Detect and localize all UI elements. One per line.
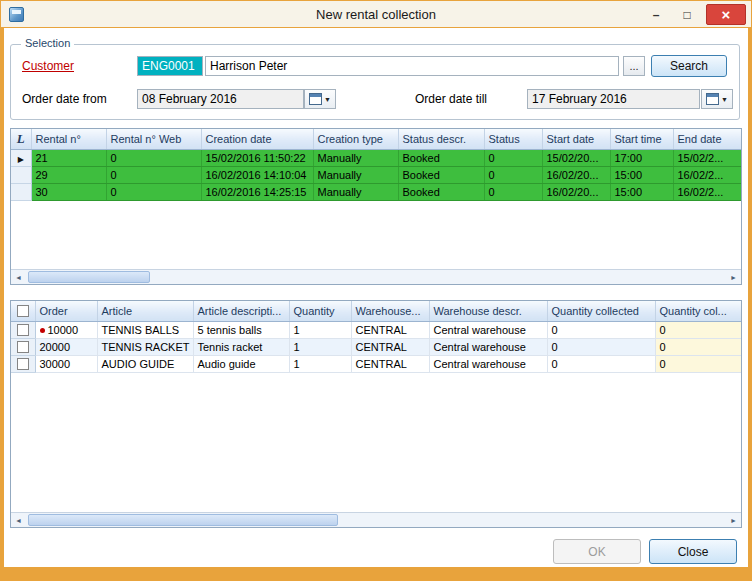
maximize-button[interactable]: □: [675, 5, 699, 24]
customer-browse-button[interactable]: ...: [623, 56, 645, 76]
grid-cell[interactable]: 0: [547, 321, 655, 338]
table-row[interactable]: 20000TENNIS RACKETTennis racket1CENTRALC…: [11, 338, 742, 355]
column-header[interactable]: Article: [97, 301, 193, 321]
column-header[interactable]: Quantity collected: [547, 301, 655, 321]
scrollbar-thumb[interactable]: [28, 271, 150, 283]
table-row[interactable]: 30016/02/2016 14:25:15ManuallyBooked016/…: [11, 183, 742, 200]
order-date-from-field[interactable]: 08 February 2016: [137, 89, 304, 109]
column-header[interactable]: Creation date: [201, 129, 313, 149]
select-all-header[interactable]: [11, 301, 35, 321]
grid-cell[interactable]: 0: [655, 338, 742, 355]
column-header[interactable]: Start date: [542, 129, 610, 149]
articles-horizontal-scrollbar[interactable]: ◄ ►: [11, 512, 741, 527]
grid-cell[interactable]: 1: [289, 338, 351, 355]
grid-cell[interactable]: 16/02/2...: [673, 166, 742, 183]
order-date-till-field[interactable]: 17 February 2016: [527, 89, 700, 109]
customer-code-field[interactable]: ENG0001: [137, 56, 203, 76]
grid-cell[interactable]: 16/02/20...: [542, 183, 610, 200]
order-date-from-dropdown[interactable]: ▼: [304, 89, 336, 109]
grid-cell[interactable]: Booked: [398, 149, 484, 166]
grid-cell[interactable]: 0: [106, 183, 201, 200]
row-select-cell[interactable]: [11, 321, 35, 338]
grid-cell[interactable]: 1: [289, 321, 351, 338]
grid-cell[interactable]: 5 tennis balls: [193, 321, 289, 338]
customer-link-label[interactable]: Customer: [22, 59, 74, 73]
grid-cell[interactable]: 0: [547, 355, 655, 372]
grid-cell[interactable]: CENTRAL: [351, 355, 429, 372]
minimize-button[interactable]: –: [644, 5, 668, 24]
column-header[interactable]: Order: [35, 301, 97, 321]
grid-cell[interactable]: 30000: [35, 355, 97, 372]
row-select-cell[interactable]: [11, 355, 35, 372]
rentals-horizontal-scrollbar[interactable]: ◄ ►: [11, 269, 741, 284]
column-header[interactable]: Quantity col...: [655, 301, 742, 321]
customer-name-field[interactable]: Harrison Peter: [205, 56, 619, 76]
grid-cell[interactable]: 16/02/20...: [542, 166, 610, 183]
scrollbar-thumb[interactable]: [28, 514, 338, 526]
grid-cell[interactable]: 0: [547, 338, 655, 355]
grid-cell[interactable]: 0: [484, 183, 542, 200]
grid-cell[interactable]: Manually: [313, 149, 398, 166]
grid-cell[interactable]: Audio guide: [193, 355, 289, 372]
grid-cell[interactable]: 15/02/2...: [673, 149, 742, 166]
column-header[interactable]: Status descr.: [398, 129, 484, 149]
grid-cell[interactable]: 10000: [35, 321, 97, 338]
grid-cell[interactable]: 29: [31, 166, 106, 183]
grid-cell[interactable]: 0: [106, 166, 201, 183]
grid-cell[interactable]: 20000: [35, 338, 97, 355]
grid-cell[interactable]: 17:00: [610, 149, 673, 166]
grid-cell[interactable]: 21: [31, 149, 106, 166]
select-all-checkbox[interactable]: [17, 305, 29, 317]
ok-button[interactable]: OK: [553, 539, 641, 564]
grid-cell[interactable]: 15:00: [610, 166, 673, 183]
table-row[interactable]: 29016/02/2016 14:10:04ManuallyBooked016/…: [11, 166, 742, 183]
grid-cell[interactable]: 16/02/2...: [673, 183, 742, 200]
scroll-left-icon[interactable]: ◄: [11, 513, 26, 527]
scroll-left-icon[interactable]: ◄: [11, 270, 26, 284]
grid-cell[interactable]: CENTRAL: [351, 338, 429, 355]
grid-cell[interactable]: 15/02/2016 11:50:22: [201, 149, 313, 166]
column-header[interactable]: Creation type: [313, 129, 398, 149]
column-header[interactable]: End date: [673, 129, 742, 149]
grid-cell[interactable]: Central warehouse: [429, 355, 547, 372]
grid-cell[interactable]: Booked: [398, 183, 484, 200]
close-window-button[interactable]: ×: [706, 4, 746, 25]
search-button[interactable]: Search: [651, 55, 727, 77]
grid-cell[interactable]: 15:00: [610, 183, 673, 200]
column-header[interactable]: Article descripti...: [193, 301, 289, 321]
grid-cell[interactable]: CENTRAL: [351, 321, 429, 338]
grid-cell[interactable]: Central warehouse: [429, 321, 547, 338]
grid-cell[interactable]: 30: [31, 183, 106, 200]
column-header[interactable]: Rental n°: [31, 129, 106, 149]
row-checkbox[interactable]: [17, 358, 29, 370]
grid-cell[interactable]: 15/02/20...: [542, 149, 610, 166]
grid-cell[interactable]: Tennis racket: [193, 338, 289, 355]
close-button[interactable]: Close: [649, 539, 737, 564]
column-header[interactable]: Warehouse...: [351, 301, 429, 321]
grid-cell[interactable]: TENNIS RACKET: [97, 338, 193, 355]
grid-cell[interactable]: AUDIO GUIDE: [97, 355, 193, 372]
grid-cell[interactable]: Manually: [313, 166, 398, 183]
table-row[interactable]: ▶21015/02/2016 11:50:22ManuallyBooked015…: [11, 149, 742, 166]
table-row[interactable]: 10000TENNIS BALLS5 tennis balls1CENTRALC…: [11, 321, 742, 338]
column-header[interactable]: Status: [484, 129, 542, 149]
column-header[interactable]: Warehouse descr.: [429, 301, 547, 321]
column-header[interactable]: Rental n° Web: [106, 129, 201, 149]
row-checkbox[interactable]: [17, 324, 29, 336]
grid-cell[interactable]: 0: [655, 355, 742, 372]
scroll-right-icon[interactable]: ►: [726, 270, 741, 284]
grid-cell[interactable]: 16/02/2016 14:25:15: [201, 183, 313, 200]
grid-cell[interactable]: 0: [484, 149, 542, 166]
column-header[interactable]: Quantity: [289, 301, 351, 321]
grid-cell[interactable]: 1: [289, 355, 351, 372]
table-row[interactable]: 30000AUDIO GUIDEAudio guide1CENTRALCentr…: [11, 355, 742, 372]
row-checkbox[interactable]: [17, 341, 29, 353]
grid-cell[interactable]: Central warehouse: [429, 338, 547, 355]
scroll-right-icon[interactable]: ►: [726, 513, 741, 527]
grid-cell[interactable]: 16/02/2016 14:10:04: [201, 166, 313, 183]
grid-cell[interactable]: TENNIS BALLS: [97, 321, 193, 338]
order-date-till-dropdown[interactable]: ▼: [701, 89, 733, 109]
row-select-cell[interactable]: [11, 338, 35, 355]
grid-cell[interactable]: Booked: [398, 166, 484, 183]
grid-cell[interactable]: 0: [655, 321, 742, 338]
